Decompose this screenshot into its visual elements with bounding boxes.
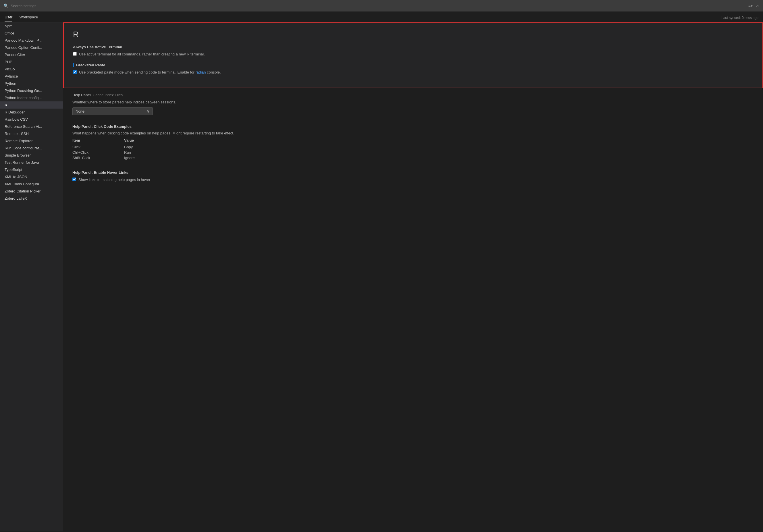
table-header-value: Value — [124, 138, 159, 143]
sidebar-item-picgo[interactable]: PicGo — [0, 65, 63, 73]
sidebar-item-remote-ssh[interactable]: Remote - SSH — [0, 130, 63, 137]
table-cell-click-item: Click — [72, 145, 107, 149]
sidebar-item-pandoc-option[interactable]: Pandoc Option Confi... — [0, 44, 63, 51]
hover-links-description: Show links to matching help pages in hov… — [78, 177, 150, 183]
search-bar: 🔍 ≡▾ ⊿ — [0, 0, 763, 12]
hover-links-section: Help Panel: Enable Hover Links Show link… — [63, 166, 763, 187]
table-row-ctrl-click: Ctrl+Click Run — [72, 150, 754, 155]
help-panel-cache-title-normal: Help Panel: — [72, 93, 93, 97]
bracketed-paste-title: Bracketed Paste — [73, 63, 753, 67]
sidebar-item-python-docstring[interactable]: Python Docstring Ge... — [0, 87, 63, 94]
help-panel-cache-description: Whether/where to store parsed help indic… — [72, 99, 754, 105]
help-panel-click-code-section: Help Panel: Click Code Examples What hap… — [63, 120, 763, 166]
sidebar-item-xml-to-json[interactable]: XML to JSON — [0, 173, 63, 180]
bracketed-paste-text-post: console. — [206, 70, 221, 74]
sidebar-item-pylance[interactable]: Pylance — [0, 73, 63, 80]
hover-links-row: Show links to matching help pages in hov… — [72, 177, 754, 183]
sidebar-item-office[interactable]: Office — [0, 30, 63, 37]
tab-user[interactable]: User — [5, 13, 12, 22]
sidebar-item-zotero-citation[interactable]: Zotero Citation Picker — [0, 187, 63, 195]
bracketed-paste-label: Use bracketed paste mode when sending co… — [79, 69, 221, 75]
table-cell-ctrl-value: Run — [124, 150, 159, 155]
tab-workspace[interactable]: Workspace — [19, 13, 38, 22]
help-panel-cache-title-strikethrough: Cache Index Files — [93, 93, 123, 97]
sidebar-item-test-runner[interactable]: Test Runner for Java — [0, 159, 63, 166]
filter-icon[interactable]: ≡▾ — [748, 3, 753, 9]
sidebar: Npm Office Pandoc Markdown P... Pandoc O… — [0, 22, 63, 531]
click-code-table-header: Item Value — [72, 138, 754, 143]
click-code-title: Help Panel: Click Code Examples — [72, 124, 754, 129]
sidebar-item-xml-tools[interactable]: XML Tools Configura... — [0, 180, 63, 187]
table-cell-click-value: Copy — [124, 145, 159, 149]
bracketed-paste-row: Use bracketed paste mode when sending co… — [73, 69, 753, 75]
r-settings-highlight: R Always Use Active Terminal Use active … — [63, 22, 763, 88]
click-code-description: What happens when clicking code examples… — [72, 130, 754, 136]
sidebar-item-run-code[interactable]: Run Code configurat... — [0, 145, 63, 152]
table-header-item: Item — [72, 138, 107, 143]
hover-links-title-bold: Enable Hover Links — [94, 170, 128, 175]
hover-links-checkbox[interactable] — [72, 177, 76, 181]
sidebar-item-php[interactable]: PHP — [0, 58, 63, 65]
setting-always-use-terminal: Always Use Active Terminal Use active te… — [73, 45, 753, 57]
always-use-terminal-row: Use active terminal for all commands, ra… — [73, 52, 753, 57]
bracketed-paste-checkbox[interactable] — [73, 70, 77, 74]
sidebar-item-pandoc-markdown[interactable]: Pandoc Markdown P... — [0, 37, 63, 44]
sidebar-item-npm[interactable]: Npm — [0, 22, 63, 30]
search-input[interactable] — [11, 4, 745, 8]
sidebar-item-python[interactable]: Python — [0, 80, 63, 87]
dropdown-value: None — [75, 109, 84, 113]
setting-bracketed-paste: Bracketed Paste Use bracketed paste mode… — [73, 63, 753, 75]
sidebar-item-r-debugger[interactable]: R Debugger — [0, 109, 63, 116]
sidebar-item-r[interactable]: R — [0, 101, 63, 109]
always-use-terminal-checkbox[interactable] — [73, 52, 77, 56]
section-letter: R — [73, 30, 753, 39]
sidebar-item-remote-explorer[interactable]: Remote Explorer — [0, 137, 63, 145]
search-icon: 🔍 — [3, 3, 8, 8]
dropdown-chevron-icon: ∨ — [147, 109, 150, 113]
tabs-row: User Workspace Last synced: 0 secs ago — [0, 12, 763, 22]
tabs-container: User Workspace — [5, 13, 38, 22]
table-cell-shift-value: Ignore — [124, 156, 159, 160]
bracketed-paste-text-pre: Use bracketed paste mode when sending co… — [79, 70, 195, 74]
sidebar-item-python-indent[interactable]: Python Indent config... — [0, 94, 63, 101]
sync-info: Last synced: 0 secs ago — [721, 16, 758, 20]
sidebar-item-simple-browser[interactable]: Simple Browser — [0, 152, 63, 159]
help-panel-cache-section: Help Panel: Cache Index Files Whether/wh… — [63, 88, 763, 120]
sidebar-item-pandoc-citer[interactable]: PandocCiter — [0, 51, 63, 58]
main-layout: Npm Office Pandoc Markdown P... Pandoc O… — [0, 22, 763, 531]
always-use-terminal-title: Always Use Active Terminal — [73, 45, 753, 49]
radian-link[interactable]: radian — [195, 70, 206, 74]
table-row-shift-click: Shift+Click Ignore — [72, 156, 754, 160]
sidebar-item-rainbow-csv[interactable]: Rainbow CSV — [0, 116, 63, 123]
always-use-terminal-label: Use active terminal for all commands, ra… — [79, 52, 205, 57]
search-toolbar-icons: ≡▾ ⊿ — [748, 3, 760, 9]
hover-links-title: Help Panel: Enable Hover Links — [72, 170, 754, 175]
sidebar-item-reference-search[interactable]: Reference Search Vi... — [0, 123, 63, 130]
help-panel-cache-title-row: Help Panel: Cache Index Files — [72, 93, 754, 97]
help-panel-cache-dropdown[interactable]: None ∨ — [72, 107, 153, 115]
click-code-title-bold: Click Code Examples — [94, 124, 132, 129]
table-row-click: Click Copy — [72, 145, 754, 149]
sidebar-item-typescript[interactable]: TypeScript — [0, 166, 63, 173]
content-area: R Always Use Active Terminal Use active … — [63, 22, 763, 531]
table-cell-ctrl-item: Ctrl+Click — [72, 150, 107, 155]
funnel-icon[interactable]: ⊿ — [755, 3, 760, 9]
table-cell-shift-item: Shift+Click — [72, 156, 107, 160]
sidebar-item-zotero-latex[interactable]: Zotero LaTeX — [0, 195, 63, 202]
